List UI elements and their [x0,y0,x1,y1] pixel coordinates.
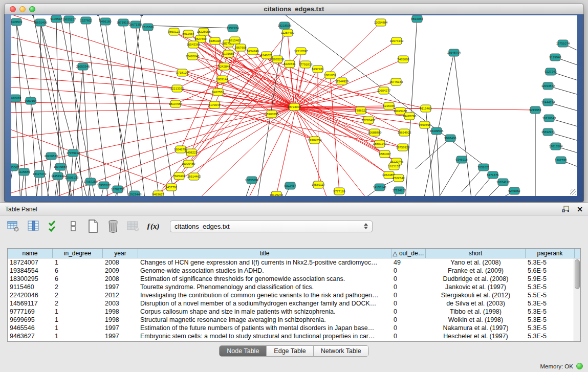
graph-node[interactable]: 9346918 [455,156,468,163]
graph-node[interactable]: 12213392 [170,85,184,92]
graph-edge[interactable] [177,89,315,140]
graph-node[interactable]: 17016504 [549,143,563,150]
table-row[interactable]: 946362711997Embryonic stem cells: a mode… [8,332,580,340]
graph-node[interactable]: 21053346 [76,63,90,70]
graph-node[interactable]: 12054884 [374,19,388,26]
graph-node[interactable]: 20206576 [45,152,58,160]
graph-node[interactable]: 10958107 [97,182,111,189]
column-header[interactable]: year [103,249,138,258]
graph-node[interactable]: 8471676 [487,171,499,179]
graph-node[interactable]: 16671358 [129,21,143,28]
graph-node[interactable]: 9498222 [185,149,198,156]
graph-node[interactable]: 16099489 [182,160,195,167]
graph-node[interactable]: 11254493 [281,29,295,36]
tab-network-table[interactable]: Network Table [314,346,368,356]
graph-node[interactable]: 9245052 [508,187,520,194]
graph-node[interactable]: 8912954 [182,30,194,37]
graph-node[interactable]: 10604277 [377,87,391,94]
graph-edge[interactable] [47,156,51,196]
column-header[interactable]: △ out_de… [391,249,426,258]
function-builder-button[interactable]: ƒ(x) [147,220,159,232]
graph-node[interactable]: 18807249 [373,140,387,147]
graph-node[interactable]: 15720407 [362,117,376,124]
window-titlebar[interactable]: citations_edges.txt [4,3,584,14]
column-header[interactable]: short [426,249,526,258]
column-settings-button[interactable] [7,220,19,232]
column-header[interactable]: name [8,249,53,258]
graph-node[interactable]: 10975887 [54,163,68,170]
graph-edge[interactable] [294,41,397,107]
graph-node[interactable]: 1861059 [324,72,336,79]
select-all-button[interactable] [47,220,59,232]
table-row[interactable]: 911546021997Tourette syndrome. Phenomeno… [8,283,580,291]
graph-edge[interactable] [276,64,306,195]
graph-node[interactable]: 9115460 [420,105,432,112]
graph-node[interactable]: 6466160 [99,18,112,25]
graph-node[interactable]: 7835061 [11,164,19,171]
float-panel-button[interactable] [562,206,570,213]
graph-edge[interactable] [288,33,294,107]
scrollbar-thumb[interactable] [575,259,580,289]
graph-node[interactable]: 4170044 [208,101,221,108]
graph-edge[interactable] [69,19,83,196]
graph-node[interactable]: 19218506 [278,22,292,29]
graph-node[interactable]: 7625402 [173,172,185,180]
table-row[interactable]: 1830029562008Estimation of significance … [8,275,580,283]
graph-node[interactable]: 18724007 [288,103,301,111]
graph-node[interactable]: 13427373 [33,170,47,178]
graph-node[interactable]: 12093872 [541,82,555,90]
graph-node[interactable]: 7485088 [397,56,409,63]
graph-node[interactable]: 19756928 [396,144,410,151]
graph-node[interactable]: 11451942 [51,172,65,180]
graph-node[interactable]: 8427552 [212,89,224,96]
deselect-all-button[interactable] [67,220,79,232]
graph-node[interactable]: 16914462 [187,173,201,180]
graph-node[interactable]: 15751074 [556,40,570,47]
delete-rows-button[interactable] [107,220,119,232]
graph-node[interactable]: 8813054 [411,15,423,23]
graph-node[interactable]: 17359928 [67,149,80,157]
graph-edge[interactable] [149,26,233,28]
graph-node[interactable]: 19654923 [398,129,411,136]
graph-node[interactable]: 20691406 [34,19,48,26]
graph-node[interactable]: 9884067 [379,150,391,158]
table-source-dropdown[interactable]: citations_edges.txt [170,221,373,232]
graph-node[interactable]: 1167533 [555,157,568,164]
table-row[interactable]: 1456911722003Disruption of a novel membe… [8,299,580,308]
graph-node[interactable]: 1527602 [80,17,92,24]
table-row[interactable]: 1938455462009Genome-wide association stu… [8,267,580,275]
graph-node[interactable]: 12505135 [65,174,79,181]
graph-node[interactable]: 22420046 [186,53,200,60]
graph-edge[interactable] [436,160,462,196]
graph-node[interactable]: 17334263 [393,187,406,194]
graph-node[interactable]: 9215953 [529,106,541,114]
graph-node[interactable]: 9777169 [333,188,345,195]
table-vertical-scrollbar[interactable] [574,258,580,341]
column-header[interactable]: title [138,249,391,258]
table-row[interactable]: 2242004622012Investigating the contribut… [8,291,580,299]
graph-node[interactable]: 2620693 [11,95,21,102]
graph-edge[interactable] [294,107,369,196]
graph-node[interactable]: 10654112 [496,179,510,186]
graph-node[interactable]: 16210643 [542,115,556,122]
graph-node[interactable]: 7957224 [227,25,239,32]
graph-edge[interactable] [416,138,450,169]
graph-node[interactable]: 18107554 [169,100,183,107]
choose-column-button[interactable] [27,220,39,232]
graph-node[interactable]: 12217097 [294,48,308,55]
graph-node[interactable]: 9463627 [152,191,164,196]
delete-table-button-disabled[interactable] [127,220,139,232]
graph-node[interactable]: 2718120 [176,69,188,76]
graph-node[interactable]: 17957253 [84,178,98,185]
graph-edge[interactable] [148,27,175,196]
table-row[interactable]: 969969511998Structural magnetic resonanc… [8,316,580,324]
graph-node[interactable]: 12923448 [128,191,142,196]
graph-node[interactable]: 16782753 [111,186,125,193]
graph-node[interactable]: 14569117 [312,181,325,188]
graph-node[interactable]: 9938406 [444,135,456,142]
graph-node[interactable]: 9129946 [549,54,561,61]
graph-node[interactable]: 9457791 [165,184,178,191]
graph-node[interactable]: 14136141 [373,184,387,191]
new-table-button[interactable] [87,220,99,232]
graph-node[interactable]: 7632621 [477,164,490,171]
